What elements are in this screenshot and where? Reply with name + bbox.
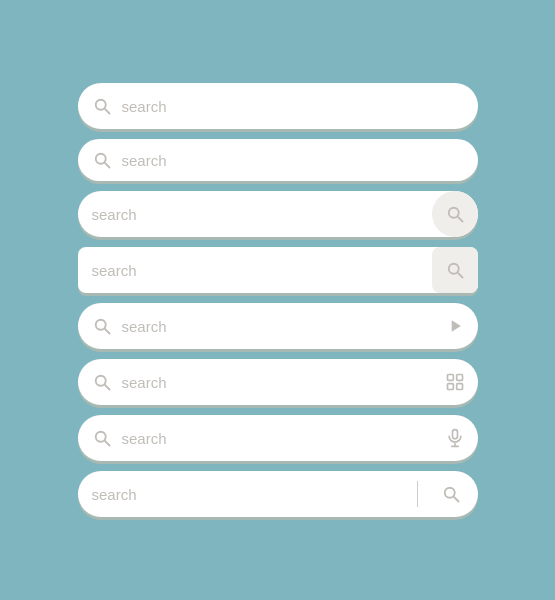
svg-line-3	[104, 163, 109, 168]
svg-marker-10	[451, 320, 460, 332]
search-icon	[92, 428, 112, 448]
search-bar-7[interactable]: search	[78, 415, 478, 461]
svg-point-11	[95, 376, 105, 386]
svg-rect-14	[456, 375, 462, 381]
search-bar-2[interactable]: search	[78, 139, 478, 181]
search-placeholder-6: search	[122, 374, 432, 391]
play-button-5[interactable]	[432, 303, 478, 349]
search-placeholder-7: search	[122, 430, 432, 447]
search-button-3[interactable]	[432, 191, 478, 237]
svg-line-12	[104, 385, 109, 390]
search-button-8[interactable]	[428, 471, 474, 517]
search-button-4[interactable]	[432, 247, 478, 293]
search-placeholder-1: search	[122, 98, 464, 115]
search-bar-1[interactable]: search	[78, 83, 478, 129]
svg-point-2	[95, 154, 105, 164]
search-placeholder-2: search	[122, 152, 464, 169]
search-placeholder-8: search	[92, 486, 417, 503]
search-icon	[92, 150, 112, 170]
svg-rect-16	[456, 384, 462, 390]
svg-point-6	[448, 264, 458, 274]
search-icon	[92, 96, 112, 116]
svg-line-5	[457, 217, 462, 222]
divider	[417, 481, 418, 507]
svg-line-18	[104, 441, 109, 446]
svg-point-0	[95, 100, 105, 110]
search-bar-4[interactable]: search	[78, 247, 478, 293]
grid-button-6[interactable]	[432, 359, 478, 405]
search-placeholder-3: search	[92, 206, 432, 223]
svg-point-22	[444, 488, 454, 498]
svg-line-7	[457, 273, 462, 278]
svg-line-9	[104, 329, 109, 334]
svg-rect-15	[447, 384, 453, 390]
svg-point-4	[448, 208, 458, 218]
search-icon	[92, 316, 112, 336]
svg-line-23	[453, 497, 458, 502]
search-placeholder-5: search	[122, 318, 432, 335]
svg-point-17	[95, 432, 105, 442]
search-icon	[92, 372, 112, 392]
svg-line-1	[104, 109, 109, 114]
search-bar-3[interactable]: search	[78, 191, 478, 237]
search-bar-5[interactable]: search	[78, 303, 478, 349]
search-bar-8[interactable]: search	[78, 471, 478, 517]
svg-rect-19	[452, 430, 457, 439]
search-bars-container: search search search search	[78, 83, 478, 517]
search-bar-6[interactable]: search	[78, 359, 478, 405]
svg-rect-13	[447, 375, 453, 381]
mic-button-7[interactable]	[432, 415, 478, 461]
search-placeholder-4: search	[92, 262, 432, 279]
svg-point-8	[95, 320, 105, 330]
